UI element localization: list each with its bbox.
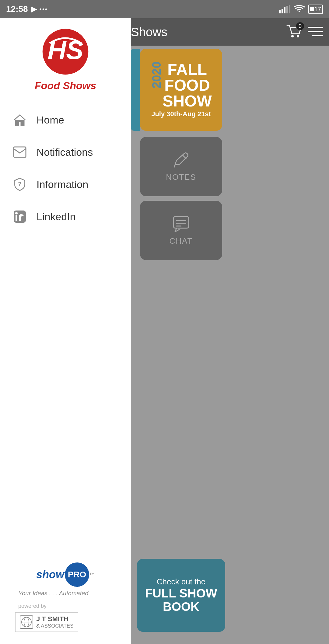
sidebar-item-label-linkedin: LinkedIn (37, 211, 76, 223)
logo-area: HS Food Shows (0, 18, 131, 98)
show-book-fullshow: FULL SHOW (145, 587, 217, 600)
fall-show-line3: SHOW (163, 93, 212, 109)
time-display: 12:58 (6, 4, 28, 14)
fall-show-line2: FOOD (163, 77, 212, 93)
status-icons: 17 (279, 5, 323, 14)
svg-rect-20 (16, 215, 17, 221)
nav-menu: Home Notifications ? Information (0, 98, 131, 556)
showpro-tagline: Your Ideas . . . Automated (18, 590, 89, 597)
svg-rect-2 (284, 7, 285, 13)
svg-point-6 (297, 35, 299, 37)
svg-rect-9 (312, 35, 323, 36)
sidebar-item-notifications[interactable]: Notifications (0, 136, 131, 168)
battery-level: 17 (314, 6, 321, 13)
showpro-badge: PRO (65, 562, 89, 587)
sidebar-drawer: HS Food Shows Home (0, 18, 131, 644)
showpro-tm: ™ (89, 572, 95, 578)
svg-rect-3 (286, 6, 288, 13)
menu-icon[interactable] (308, 25, 323, 39)
fall-show-line1: FALL (163, 61, 212, 77)
sidebar-item-label-notifications: Notifications (37, 146, 93, 158)
svg-rect-0 (279, 10, 281, 13)
sidebar-item-home[interactable]: Home (0, 104, 131, 136)
jt-smith-logo: J T SMITH & ASSOCIATES (15, 612, 78, 632)
bottom-branding: show PRO ™ Your Ideas . . . Automated po… (0, 556, 131, 644)
signal-icon (279, 5, 290, 13)
svg-rect-17 (14, 147, 26, 157)
fall-show-year: 2020 (150, 61, 163, 89)
svg-text:HS: HS (47, 36, 83, 64)
logo-text: Food Shows (35, 80, 96, 92)
battery-icon: 17 (308, 5, 323, 14)
jt-smith-text: J T SMITH & ASSOCIATES (36, 615, 74, 629)
home-icon (12, 112, 27, 127)
status-bar: 12:58 ▶ ••• 17 (0, 0, 329, 18)
show-book-word: BOOK (163, 600, 199, 614)
sidebar-item-label-information: Information (37, 179, 88, 190)
svg-point-5 (291, 35, 294, 37)
fall-show-banner[interactable]: 2020 FALL FOOD SHOW July 30th-Aug 21st (140, 49, 222, 131)
svg-rect-1 (282, 9, 283, 13)
wifi-icon (294, 5, 305, 13)
shield-icon: ? (12, 177, 27, 192)
chat-label: CHAT (170, 236, 193, 246)
cart-badge: 0 (296, 22, 304, 30)
showpro-text: show (36, 568, 64, 581)
svg-rect-7 (308, 27, 323, 28)
mail-icon (12, 144, 27, 160)
sidebar-item-linkedin[interactable]: LinkedIn (0, 200, 131, 233)
hs-logo: HS (41, 27, 90, 77)
more-icon: ••• (40, 6, 48, 12)
chat-card[interactable]: CHAT (140, 201, 222, 260)
svg-line-10 (174, 165, 175, 167)
chat-icon (172, 215, 190, 233)
show-book-banner[interactable]: Check out the FULL SHOW BOOK (137, 559, 225, 632)
svg-rect-8 (308, 31, 323, 32)
svg-rect-4 (289, 5, 290, 13)
svg-text:?: ? (18, 181, 22, 187)
powered-by-text: powered by (18, 603, 47, 609)
cart-button[interactable]: 0 (286, 25, 302, 39)
teal-accent-strip (131, 49, 140, 131)
page-title: Shows (131, 25, 167, 39)
svg-point-21 (15, 212, 18, 214)
sidebar-item-information[interactable]: ? Information (0, 168, 131, 200)
notes-label: NOTES (166, 172, 196, 182)
pencil-icon (172, 151, 190, 169)
showpro-brand: show PRO ™ (36, 562, 95, 587)
screen-record-icon: ▶ (31, 5, 37, 13)
main-content-area: 2020 FALL FOOD SHOW July 30th-Aug 21st N… (131, 46, 329, 644)
notes-card[interactable]: NOTES (140, 137, 222, 196)
jt-smith-icon (20, 615, 33, 629)
sidebar-item-label-home: Home (37, 114, 64, 126)
linkedin-icon (12, 209, 27, 224)
fall-show-dates: July 30th-Aug 21st (151, 110, 211, 118)
show-book-checkout: Check out the (157, 577, 205, 587)
